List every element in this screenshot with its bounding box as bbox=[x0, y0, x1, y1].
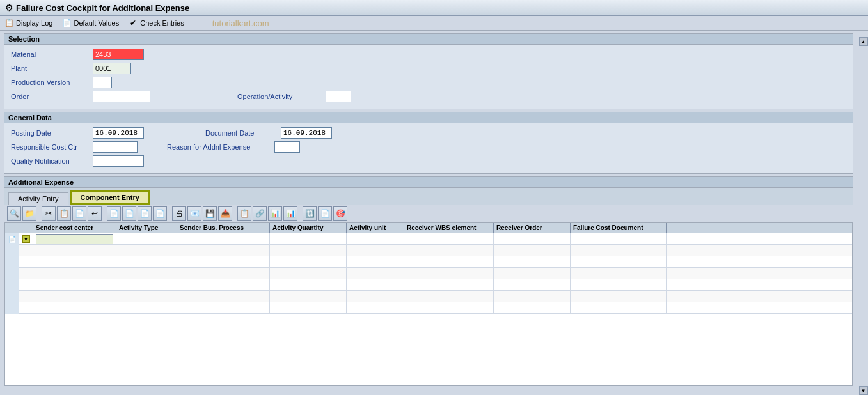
selection-section: Selection Material Plant Production Vers… bbox=[4, 33, 853, 109]
row-2-sender bbox=[33, 245, 116, 256]
link-icon-btn[interactable]: 🔗 bbox=[253, 206, 267, 221]
display-log-label: Display Log bbox=[16, 19, 52, 27]
icon-toolbar: 🔍 📁 ✂ 📋 📄 ↩ 📄 📄 📄 📄 🖨 📧 💾 📥 📋 � bbox=[4, 205, 853, 222]
row-2-activity-qty bbox=[270, 245, 347, 256]
cost-reason-row: Responsible Cost Ctr Reason for Addnl Ex… bbox=[11, 141, 846, 153]
display-log-button[interactable]: 📋 Display Log bbox=[4, 18, 52, 28]
search-icon-btn[interactable]: 🔍 bbox=[7, 206, 21, 221]
tab-component-entry[interactable]: Component Entry bbox=[70, 190, 150, 205]
grid-row-5 bbox=[5, 279, 852, 291]
title-bar: ⚙ Failure Cost Cockpit for Additional Ex… bbox=[0, 0, 868, 16]
posting-date-input[interactable] bbox=[93, 127, 144, 139]
check-entries-label: Check Entries bbox=[140, 19, 184, 27]
order-label: Order bbox=[11, 93, 88, 100]
copy-icon-btn[interactable]: 📋 bbox=[57, 206, 71, 221]
order-operation-row: Order Operation/Activity bbox=[11, 91, 846, 102]
folder-icon-btn[interactable]: 📁 bbox=[22, 206, 36, 221]
additional-expense-section: Additional Expense Activity Entry Compon… bbox=[4, 176, 853, 386]
new-icon-btn[interactable]: 📄 bbox=[107, 206, 121, 221]
grid-icon-btn[interactable]: 📄 bbox=[318, 206, 332, 221]
check-entries-button[interactable]: ✔ Check Entries bbox=[128, 18, 184, 28]
plant-row: Plant bbox=[11, 63, 846, 74]
row-1-activity-unit bbox=[347, 233, 404, 245]
grid-header-activity-unit: Activity unit bbox=[347, 223, 404, 233]
watermark: tutorialkart.com bbox=[212, 19, 269, 28]
tab-activity-entry[interactable]: Activity Entry bbox=[8, 192, 68, 205]
row-1-receiver-order bbox=[494, 233, 571, 245]
check-entries-icon: ✔ bbox=[128, 18, 138, 28]
production-version-row: Production Version bbox=[11, 77, 846, 88]
default-values-icon: 📄 bbox=[61, 18, 72, 28]
operation-activity-input[interactable] bbox=[326, 91, 351, 102]
responsible-cost-ctr-label: Responsible Cost Ctr bbox=[11, 143, 88, 151]
order-input[interactable] bbox=[93, 91, 150, 102]
grid-row-2 bbox=[5, 245, 852, 256]
row-2-activity-unit bbox=[347, 245, 404, 256]
general-data-section: General Data Posting Date Document Date … bbox=[4, 112, 853, 174]
save-icon-btn[interactable]: 💾 bbox=[203, 206, 217, 221]
grid-row-4 bbox=[5, 268, 852, 279]
send-icon-btn[interactable]: 📧 bbox=[187, 206, 201, 221]
default-values-button[interactable]: 📄 Default Values bbox=[61, 18, 119, 28]
chart-icon-btn[interactable]: 🎯 bbox=[333, 206, 347, 221]
grid-header-activity-qty: Activity Quantity bbox=[270, 223, 347, 233]
selection-body: Material Plant Production Version Order … bbox=[4, 45, 853, 109]
delete-icon-btn[interactable]: 📄 bbox=[138, 206, 152, 221]
row-2-receiver-wbs bbox=[404, 245, 494, 256]
right-scrollbar[interactable]: ▲ ▼ bbox=[858, 37, 868, 395]
table2-icon-btn[interactable]: 📊 bbox=[283, 206, 297, 221]
download-icon-btn[interactable]: 📥 bbox=[218, 206, 232, 221]
production-version-input[interactable] bbox=[93, 77, 112, 88]
reason-addnl-input[interactable] bbox=[274, 141, 300, 153]
print-icon-btn[interactable]: 🖨 bbox=[172, 206, 186, 221]
row-1-sender[interactable] bbox=[33, 233, 116, 245]
paste-icon-btn[interactable]: 📄 bbox=[72, 206, 86, 221]
row-1-failure-cost bbox=[571, 233, 667, 245]
select-icon-btn[interactable]: 📄 bbox=[153, 206, 167, 221]
cut-icon-btn[interactable]: ✂ bbox=[42, 206, 56, 221]
row-1-activity-type bbox=[116, 233, 177, 245]
row-2-failure-cost bbox=[571, 245, 667, 256]
insert-icon-btn[interactable]: 📄 bbox=[122, 206, 136, 221]
grid-row-1: 📄 ▼ bbox=[5, 233, 852, 245]
responsible-cost-ctr-input[interactable] bbox=[93, 141, 138, 153]
row-2-sender-bus bbox=[177, 245, 270, 256]
plant-label: Plant bbox=[11, 65, 88, 72]
material-input[interactable] bbox=[93, 49, 144, 60]
operation-activity-label: Operation/Activity bbox=[237, 93, 320, 100]
scroll-up-btn[interactable]: ▲ bbox=[859, 37, 868, 46]
sender-input-1[interactable] bbox=[36, 234, 113, 244]
row-num-2 bbox=[5, 245, 19, 256]
expand-icon-1[interactable]: ▼ bbox=[22, 235, 30, 243]
dates-row: Posting Date Document Date bbox=[11, 127, 846, 139]
default-values-label: Default Values bbox=[74, 19, 119, 27]
undo-icon-btn[interactable]: ↩ bbox=[88, 206, 102, 221]
grid-header-receiver-wbs: Receiver WBS element bbox=[404, 223, 494, 233]
title-icon: ⚙ bbox=[5, 3, 13, 13]
data-grid: Sender cost center Activity Type Sender … bbox=[4, 222, 853, 385]
selection-header: Selection bbox=[4, 34, 853, 45]
scroll-down-btn[interactable]: ▼ bbox=[859, 386, 868, 395]
grid-row-7 bbox=[5, 302, 852, 314]
main-area: Selection Material Plant Production Vers… bbox=[0, 31, 857, 389]
refresh-icon-btn[interactable]: 🔃 bbox=[303, 206, 317, 221]
row-2-activity-type bbox=[116, 245, 177, 256]
quality-notification-label: Quality Notification bbox=[11, 157, 88, 165]
grid-row-6 bbox=[5, 291, 852, 302]
quality-notification-row: Quality Notification bbox=[11, 155, 846, 167]
grid-row-3 bbox=[5, 256, 852, 268]
row-1-sender-bus bbox=[177, 233, 270, 245]
row-detail-2 bbox=[19, 245, 33, 256]
quality-notification-input[interactable] bbox=[93, 155, 144, 167]
page-title: Failure Cost Cockpit for Additional Expe… bbox=[16, 3, 189, 13]
display-log-icon: 📋 bbox=[4, 18, 14, 28]
copy2-icon-btn[interactable]: 📋 bbox=[237, 206, 251, 221]
table-icon-btn[interactable]: 📊 bbox=[268, 206, 282, 221]
production-version-label: Production Version bbox=[11, 79, 88, 86]
posting-date-label: Posting Date bbox=[11, 129, 88, 137]
grid-header-receiver-order: Receiver Order bbox=[494, 223, 571, 233]
row-1-activity-qty bbox=[270, 233, 347, 245]
document-date-input[interactable] bbox=[281, 127, 332, 139]
plant-input[interactable] bbox=[93, 63, 131, 74]
grid-header-indicator bbox=[19, 223, 33, 233]
